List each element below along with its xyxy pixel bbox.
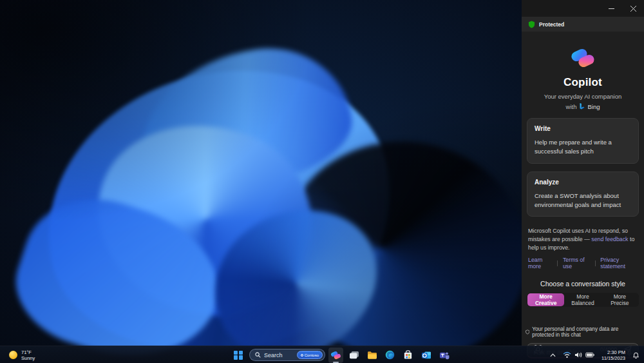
style-option-line1: More: [540, 293, 553, 300]
wallpaper-vignette: [0, 0, 522, 363]
copilot-brand: Copilot Your everyday AI companion with …: [522, 46, 644, 110]
shield-outline-icon: [526, 329, 529, 335]
style-option-line2: Precise: [611, 300, 629, 306]
card-title: Write: [535, 125, 631, 132]
style-option-line2: Balanced: [571, 300, 594, 306]
legal-links: Learn more Terms of use Privacy statemen…: [528, 257, 638, 270]
sunny-icon: [9, 351, 17, 359]
clock-time: 2:30 PM: [601, 349, 625, 355]
style-option-creative[interactable]: More Creative: [527, 293, 564, 306]
bell-icon: [632, 351, 639, 359]
weather-text: 71°F Sunny: [21, 349, 35, 361]
shield-icon: [528, 21, 535, 28]
wifi-icon: [563, 351, 571, 358]
badge-icon: [301, 354, 303, 357]
search-placeholder: Search: [264, 352, 294, 358]
conversation-style-selector: More Creative More Balanced More Precise: [527, 293, 639, 307]
style-option-line2: Creative: [535, 300, 557, 306]
suggestion-card-write[interactable]: Write Help me prepare and write a succes…: [527, 118, 639, 164]
ai-disclaimer: Microsoft Copilot uses AI to respond, so…: [528, 227, 638, 251]
quick-settings[interactable]: [561, 350, 596, 360]
taskbar-app-outlook[interactable]: [419, 348, 433, 363]
close-icon: [630, 6, 636, 12]
file-explorer-icon: [367, 351, 377, 360]
card-body: Create a SWOT analysis about environment…: [535, 191, 631, 210]
weather-widget[interactable]: 71°F Sunny: [5, 346, 39, 363]
card-title: Analyze: [535, 179, 631, 186]
bing-icon: [579, 103, 585, 110]
search-icon: [255, 352, 261, 358]
protected-badge: Protected: [522, 17, 644, 32]
bing-label: Bing: [587, 103, 600, 110]
protected-label: Protected: [539, 21, 564, 28]
task-view-icon: [349, 351, 359, 360]
weather-condition: Sunny: [21, 355, 35, 361]
copilot-taskbar-icon: [330, 350, 341, 360]
style-option-line1: More: [614, 293, 626, 300]
edge-icon: [385, 350, 395, 360]
search-badge-label: Contoso: [305, 353, 319, 357]
taskbar-search[interactable]: Search Contoso: [249, 349, 325, 361]
outlook-icon: [421, 351, 431, 360]
chevron-up-icon: [550, 353, 556, 357]
taskbar-app-file-explorer[interactable]: [365, 348, 379, 363]
taskbar-center: Search Contoso: [231, 346, 451, 363]
minimize-icon: [609, 6, 614, 12]
battery-icon: [585, 352, 594, 358]
link-separator: [557, 260, 558, 266]
clock-date: 11/15/2023: [601, 355, 625, 361]
suggestion-card-analyze[interactable]: Analyze Create a SWOT analysis about env…: [527, 172, 639, 217]
style-option-balanced[interactable]: More Balanced: [564, 293, 601, 306]
data-protection-note: Your personal and company data are prote…: [522, 326, 644, 338]
system-tray: 2:30 PM 11/15/2023: [549, 346, 641, 363]
tray-overflow-chevron[interactable]: [549, 352, 557, 358]
teams-icon: [439, 351, 450, 360]
panel-titlebar: [522, 0, 644, 17]
style-option-line1: More: [576, 293, 589, 300]
volume-icon: [574, 351, 582, 358]
taskbar-app-microsoft-store[interactable]: [401, 348, 415, 363]
taskbar-app-task-view[interactable]: [346, 348, 361, 363]
taskbar: 71°F Sunny Search Contoso: [0, 346, 644, 363]
taskbar-app-edge[interactable]: [383, 348, 397, 363]
with-prefix: with: [566, 103, 577, 110]
notification-center[interactable]: [630, 350, 641, 360]
learn-more-link[interactable]: Learn more: [528, 257, 552, 270]
privacy-statement-link[interactable]: Privacy statement: [600, 257, 638, 270]
style-option-precise[interactable]: More Precise: [601, 293, 638, 306]
screen: Protected Copilot Your everyday AI compa…: [0, 0, 644, 363]
windows-logo-icon: [234, 351, 243, 360]
terms-of-use-link[interactable]: Terms of use: [563, 257, 590, 270]
send-feedback-link[interactable]: send feedback: [591, 236, 628, 242]
close-button[interactable]: [622, 0, 644, 17]
with-bing-line: with Bing: [522, 103, 644, 110]
search-badge[interactable]: Contoso: [297, 351, 323, 359]
start-button[interactable]: [231, 348, 246, 363]
taskbar-app-copilot[interactable]: [328, 348, 343, 363]
microsoft-store-icon: [403, 350, 413, 360]
copilot-title: Copilot: [522, 76, 644, 89]
taskbar-app-teams[interactable]: [437, 348, 451, 363]
copilot-subtitle: Your everyday AI companion: [522, 93, 644, 100]
clock[interactable]: 2:30 PM 11/15/2023: [600, 349, 627, 361]
copilot-logo-icon: [570, 46, 596, 70]
desktop-wallpaper: [0, 0, 522, 363]
link-separator: [595, 260, 596, 266]
minimize-button[interactable]: [600, 0, 622, 17]
card-body: Help me prepare and write a successful s…: [535, 138, 631, 157]
data-protection-text: Your personal and company data are prote…: [532, 326, 640, 338]
weather-temp: 71°F: [21, 349, 35, 355]
copilot-panel: Protected Copilot Your everyday AI compa…: [522, 0, 644, 346]
conversation-style-heading: Choose a conversation style: [522, 280, 644, 288]
